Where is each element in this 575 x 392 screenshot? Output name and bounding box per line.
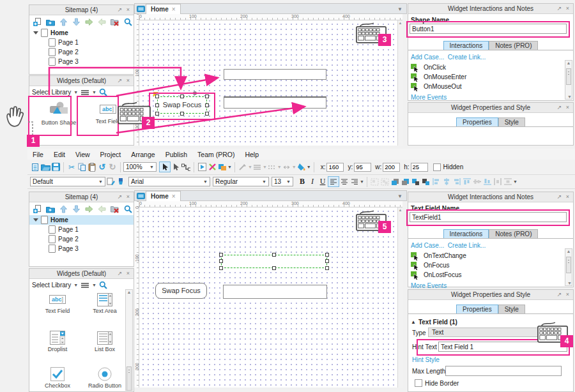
event-onmouseout[interactable]: OnMouseOut — [408, 82, 573, 91]
select-tool[interactable] — [159, 162, 171, 172]
selection-handle[interactable] — [325, 259, 329, 263]
line-pattern-icon[interactable] — [267, 162, 277, 172]
align-objects-top-icon[interactable] — [462, 177, 472, 186]
hide-border-checkbox[interactable] — [415, 379, 422, 387]
library-menu-icon[interactable] — [80, 282, 89, 289]
indent-right-icon[interactable] — [85, 18, 93, 26]
bring-forward-icon[interactable] — [411, 177, 421, 186]
sitemap-item-home-selected[interactable]: Home — [29, 215, 134, 225]
event-onlostfocus[interactable]: OnLostFocus — [408, 270, 573, 280]
sitemap-item-page1[interactable]: Page 1 — [29, 225, 134, 234]
tab-interactions[interactable]: Interactions — [443, 229, 489, 238]
w-input[interactable] — [383, 163, 400, 172]
search-icon[interactable] — [99, 88, 107, 96]
menu-arrange[interactable]: Arrange — [126, 151, 160, 158]
ungroup-icon[interactable] — [380, 177, 390, 186]
redo-icon[interactable]: ↻ — [107, 162, 118, 172]
selection-handle[interactable] — [180, 112, 184, 116]
hidden-checkbox[interactable] — [433, 163, 441, 171]
font-family-select[interactable]: Arial▼ — [128, 177, 210, 186]
add-case-link[interactable]: Add Case... — [411, 54, 444, 61]
search-icon[interactable] — [99, 281, 107, 289]
copy-icon[interactable] — [77, 162, 87, 172]
event-ontextchange[interactable]: OnTextChange — [408, 251, 573, 260]
format-painter-icon[interactable] — [105, 177, 116, 186]
selection-handle[interactable] — [325, 266, 329, 270]
align-objects-bottom-icon[interactable] — [482, 177, 493, 186]
swap-focus-button[interactable]: Swap Focus — [155, 283, 207, 299]
more-events-link[interactable]: More Events — [411, 282, 573, 289]
chevron-down-icon[interactable]: ▼ — [277, 165, 282, 169]
selection-handle[interactable] — [155, 103, 159, 107]
sitemap-item-page2[interactable]: Page 2 — [29, 234, 134, 244]
preview-icon[interactable] — [197, 162, 207, 172]
add-folder-icon[interactable] — [46, 18, 55, 26]
line-weight-icon[interactable] — [252, 162, 263, 172]
widget-list-box[interactable]: List Box — [86, 329, 124, 352]
text-field-widget-1[interactable] — [224, 69, 326, 80]
select-library-dropdown[interactable]: Select Library — [32, 89, 71, 96]
cut-icon[interactable]: ✂ — [66, 162, 77, 172]
text-field-widget-2[interactable] — [224, 96, 326, 109]
align-objects-middle-icon[interactable] — [472, 177, 482, 186]
canvas-vscroll-top[interactable]: ▲ — [397, 20, 402, 146]
search-icon[interactable] — [124, 18, 132, 26]
close-tab-icon[interactable]: × — [172, 6, 176, 13]
menu-edit[interactable]: Edit — [49, 151, 70, 158]
max-length-input[interactable] — [445, 366, 562, 376]
canvas-tab-home[interactable]: Home× — [146, 4, 181, 15]
chevron-down-icon[interactable]: ▼ — [263, 165, 267, 169]
events-scrollbar[interactable]: ▲▼ — [565, 248, 572, 286]
events-scrollbar[interactable]: ▲▼ — [565, 60, 572, 100]
undo-icon[interactable]: ↺ — [97, 162, 107, 172]
selection-handle[interactable] — [155, 112, 159, 116]
tab-list-dropdown-icon[interactable]: ▼ — [397, 6, 402, 12]
event-onclick[interactable]: OnClick — [408, 63, 573, 72]
panel-header-buttons[interactable]: ↗ × — [118, 192, 131, 202]
selection-handle[interactable] — [219, 253, 223, 257]
fill-color-icon[interactable] — [296, 162, 307, 172]
tab-style[interactable]: Style — [498, 305, 525, 313]
distribute-vertical-icon[interactable] — [503, 177, 513, 186]
close-tab-icon[interactable]: × — [172, 193, 176, 200]
shape-name-input[interactable] — [410, 24, 567, 34]
add-page-icon[interactable] — [33, 205, 42, 213]
add-folder-icon[interactable] — [46, 205, 55, 213]
menu-project[interactable]: Project — [95, 151, 126, 158]
border-style-icon[interactable] — [238, 162, 248, 172]
hint-style-link[interactable]: Hint Style — [412, 356, 440, 363]
tab-properties[interactable]: Properties — [456, 305, 498, 313]
tab-properties[interactable]: Properties — [456, 117, 498, 126]
menu-team[interactable]: Team (PRO) — [192, 151, 240, 158]
widgets-scrollbar[interactable]: ▲ — [125, 289, 133, 391]
style-preset-select[interactable]: Default▼ — [30, 177, 105, 186]
group-icon[interactable] — [370, 177, 380, 186]
widget-text-field[interactable]: abc] Text Field — [38, 291, 77, 314]
delete-page-icon[interactable] — [111, 18, 119, 26]
save-icon[interactable] — [50, 162, 61, 172]
publish-icon[interactable] — [217, 162, 227, 172]
panel-header-buttons[interactable]: ↗ × — [557, 103, 571, 112]
bring-to-front-icon[interactable] — [390, 177, 401, 186]
align-objects-left-icon[interactable] — [431, 177, 441, 186]
canvas-tab-home[interactable]: Home× — [146, 191, 181, 202]
event-onfocus[interactable]: OnFocus — [408, 260, 573, 270]
canvas-vscroll-bottom[interactable]: ▲ — [397, 207, 402, 388]
selection-handle[interactable] — [219, 259, 223, 263]
sitemap-item-home[interactable]: Home — [29, 28, 134, 38]
panel-header-buttons[interactable]: ↗ × — [118, 76, 131, 86]
send-backward-icon[interactable] — [421, 177, 431, 186]
selection-handle[interactable] — [205, 94, 209, 98]
send-to-back-icon[interactable] — [401, 177, 411, 186]
text-field-widget[interactable] — [223, 285, 327, 299]
align-right-button[interactable] — [349, 177, 360, 186]
selection-handle[interactable] — [325, 253, 329, 257]
widget-text-area[interactable]: Text Area — [86, 291, 124, 314]
create-link-link[interactable]: Create Link... — [448, 242, 486, 249]
expand-triangle-icon[interactable] — [33, 218, 38, 222]
brush-icon[interactable] — [116, 177, 126, 186]
sitemap-item-page1[interactable]: Page 1 — [29, 38, 134, 47]
align-objects-center-icon[interactable] — [441, 177, 452, 186]
widget-droplist[interactable]: Droplist — [38, 329, 77, 352]
chevron-down-icon[interactable]: ▼ — [227, 165, 232, 169]
